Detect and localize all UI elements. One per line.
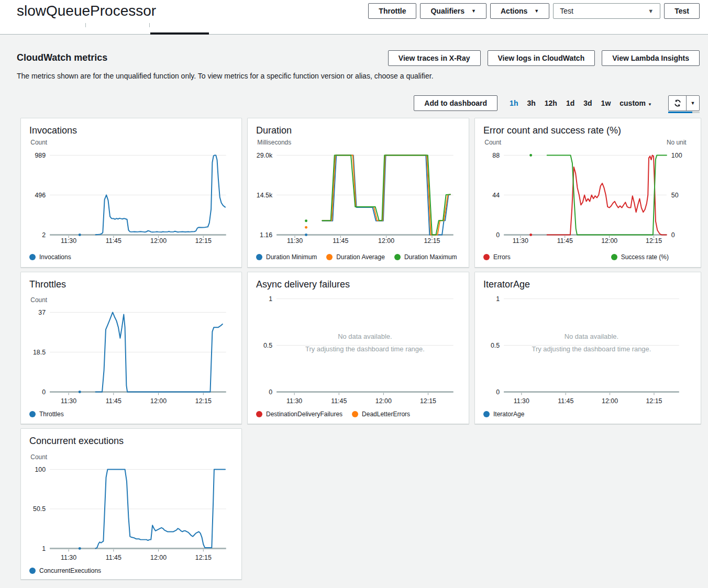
metric-card-concurrent-executions: Concurrent executions 10050.51Count11:30… — [20, 428, 242, 580]
chart-concurrent-executions[interactable]: 10050.51Count11:3011:4512:0012:15 — [21, 429, 241, 579]
active-tab-indicator[interactable] — [150, 32, 209, 35]
legend-item[interactable]: Success rate (%) — [611, 253, 669, 261]
chart-legend: ErrorsSuccess rate (%) — [483, 253, 669, 261]
legend-label: Invocations — [39, 253, 71, 261]
chart-title: Error count and success rate (%) — [475, 118, 701, 136]
legend-item[interactable]: Invocations — [29, 253, 71, 261]
test-event-select[interactable]: Test▼ — [553, 3, 660, 19]
view-logs-cloudwatch-button[interactable]: View logs in CloudWatch — [488, 50, 595, 66]
svg-text:11:30: 11:30 — [286, 397, 302, 405]
legend-item[interactable]: DestinationDeliveryFailures — [256, 411, 342, 418]
svg-text:0: 0 — [269, 389, 272, 396]
metric-card-error-success: Error count and success rate (%) 8844010… — [474, 118, 701, 268]
page-header: slowQueueProcessor Throttle Qualifiers▼ … — [0, 0, 708, 35]
svg-text:12:00: 12:00 — [375, 397, 392, 405]
svg-text:12:15: 12:15 — [195, 237, 212, 245]
svg-text:0.5: 0.5 — [263, 342, 272, 349]
svg-text:Count: Count — [30, 296, 47, 304]
legend-color-dot — [256, 254, 262, 260]
svg-text:No data available.: No data available. — [338, 332, 392, 340]
legend-label: Errors — [493, 253, 511, 261]
svg-text:12:15: 12:15 — [195, 554, 212, 561]
svg-text:12:15: 12:15 — [424, 237, 440, 245]
legend-label: Duration Minimum — [266, 253, 317, 261]
svg-text:11:45: 11:45 — [558, 397, 573, 405]
legend-color-dot — [29, 568, 36, 574]
range-custom[interactable]: custom▼ — [620, 99, 652, 107]
chart-title: Concurrent executions — [21, 429, 241, 447]
chart-title: Duration — [248, 118, 469, 136]
svg-text:11:45: 11:45 — [106, 554, 121, 561]
metric-card-duration: Duration 29.0k14.5k1.16Milliseconds11:30… — [247, 118, 469, 268]
legend-item[interactable]: Errors — [483, 253, 511, 261]
qualifiers-button[interactable]: Qualifiers▼ — [420, 3, 486, 19]
svg-text:12:00: 12:00 — [601, 237, 617, 245]
legend-color-dot — [326, 254, 333, 260]
chart-title: Invocations — [21, 118, 241, 136]
range-12h[interactable]: 12h — [545, 99, 557, 107]
svg-text:0: 0 — [671, 231, 675, 239]
view-traces-xray-button[interactable]: View traces in X-Ray — [388, 50, 481, 66]
chart-title: Async delivery failures — [248, 272, 469, 290]
time-range-selector: 1h 3h 12h 1d 3d 1w custom▼ — [510, 99, 652, 107]
svg-text:Try adjusting the dashboard ti: Try adjusting the dashboard time range. — [305, 345, 425, 353]
range-1h[interactable]: 1h — [510, 99, 518, 107]
caret-down-icon: ▼ — [691, 101, 695, 106]
add-to-dashboard-button[interactable]: Add to dashboard — [414, 95, 497, 111]
legend-item[interactable]: Duration Minimum — [256, 253, 317, 261]
svg-text:0: 0 — [496, 389, 500, 396]
svg-text:Count: Count — [30, 453, 47, 461]
legend-item[interactable]: Duration Average — [326, 253, 385, 261]
svg-text:1: 1 — [269, 295, 272, 303]
chart-async-failures[interactable]: 10.5011:3011:4512:0012:15No data availab… — [248, 272, 469, 424]
metrics-toolbar: Add to dashboard 1h 3h 12h 1d 3d 1w cust… — [0, 95, 700, 111]
refresh-button[interactable] — [669, 96, 686, 110]
chart-legend: ConcurrentExecutions — [29, 567, 233, 574]
svg-text:12:00: 12:00 — [150, 397, 167, 405]
metric-card-iteratorage: IteratorAge 10.5011:3011:4512:0012:15No … — [474, 272, 701, 424]
svg-text:37: 37 — [38, 309, 46, 316]
caret-down-icon: ▼ — [648, 8, 654, 14]
legend-color-dot — [29, 411, 36, 417]
svg-text:Try adjusting the dashboard ti: Try adjusting the dashboard time range. — [532, 345, 651, 353]
legend-color-dot — [483, 254, 490, 260]
legend-item[interactable]: DeadLetterErrors — [352, 411, 410, 418]
legend-item[interactable]: ConcurrentExecutions — [29, 567, 101, 574]
actions-button[interactable]: Actions▼ — [490, 3, 549, 19]
actions-button-label: Actions — [501, 7, 527, 15]
range-3d[interactable]: 3d — [583, 99, 592, 107]
refresh-icon — [673, 99, 682, 107]
svg-text:12:15: 12:15 — [646, 237, 662, 245]
range-custom-label: custom — [620, 99, 646, 107]
svg-text:11:30: 11:30 — [514, 397, 529, 405]
range-1d[interactable]: 1d — [566, 99, 574, 107]
svg-text:14.5k: 14.5k — [257, 192, 273, 199]
chart-title: IteratorAge — [475, 272, 701, 290]
legend-color-dot — [352, 411, 358, 417]
chart-duration[interactable]: 29.0k14.5k1.16Milliseconds11:3011:4512:0… — [248, 118, 469, 267]
chart-legend: Throttles — [29, 411, 233, 418]
view-traces-xray-label: View traces in X-Ray — [399, 54, 470, 62]
svg-text:Count: Count — [484, 139, 501, 146]
chart-invocations[interactable]: 9894962Count11:3011:4512:0012:15 — [21, 118, 241, 267]
view-logs-cloudwatch-label: View logs in CloudWatch — [498, 54, 585, 62]
refresh-button-group: ▼ — [668, 95, 700, 111]
view-lambda-insights-button[interactable]: View Lambda Insights — [602, 50, 700, 66]
legend-item[interactable]: IteratorAge — [483, 411, 524, 418]
svg-text:0: 0 — [42, 389, 46, 396]
caret-down-icon: ▼ — [471, 8, 476, 14]
metric-card-async-failures: Async delivery failures 10.5011:3011:451… — [247, 272, 469, 424]
range-3h[interactable]: 3h — [527, 99, 535, 107]
legend-item[interactable]: Duration Maximum — [394, 253, 457, 261]
svg-text:11:30: 11:30 — [287, 237, 303, 245]
chart-throttles[interactable]: 3718.50Count11:3011:4512:0012:15 — [21, 272, 241, 424]
svg-text:11:30: 11:30 — [61, 237, 76, 245]
throttle-button[interactable]: Throttle — [368, 3, 416, 19]
range-1w[interactable]: 1w — [601, 99, 611, 107]
refresh-options-button[interactable]: ▼ — [686, 96, 699, 110]
chart-iteratorage[interactable]: 10.5011:3011:4512:0012:15No data availab… — [475, 272, 701, 424]
legend-item[interactable]: Throttles — [29, 411, 64, 418]
test-button[interactable]: Test — [664, 3, 700, 19]
chart-legend: Duration MinimumDuration AverageDuration… — [256, 253, 460, 261]
chart-error-success[interactable]: 88440100500CountNo unit11:3011:4512:0012… — [475, 118, 701, 267]
